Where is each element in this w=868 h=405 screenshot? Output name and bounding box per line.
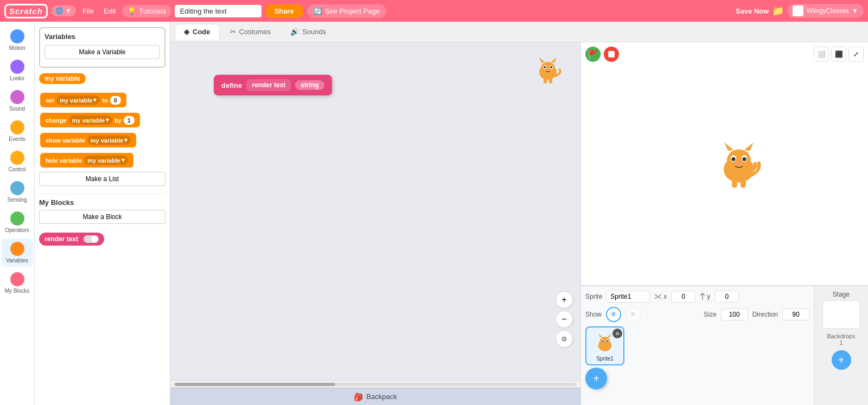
sprite-name-input[interactable]	[607, 291, 650, 303]
see-project-button[interactable]: 🔄 See Project Page	[307, 4, 386, 18]
sidebar-item-control[interactable]: Control	[2, 147, 33, 176]
stage-fullscreen[interactable]: ⤢	[848, 47, 864, 62]
y-coord-icon	[700, 293, 705, 300]
globe-button[interactable]: 🌐 ▼	[51, 5, 76, 16]
hide-eye-button[interactable]: 👁	[626, 307, 641, 322]
show-variable-block[interactable]: show variable my variable ▾	[40, 133, 136, 147]
y-coord-input[interactable]	[714, 291, 739, 303]
render-text-block-row: render text	[39, 230, 165, 246]
user-menu[interactable]: WiingyClasses ▼	[787, 4, 864, 18]
topnav: Scratch 🌐 ▼ File Edit 💡 Tutorials Share …	[0, 0, 868, 22]
svg-point-6	[544, 66, 546, 68]
events-label: Events	[9, 136, 25, 142]
user-avatar	[793, 5, 803, 16]
sidebar-item-variables[interactable]: Variables	[2, 239, 33, 267]
render-text-block[interactable]: render text	[39, 233, 104, 246]
my-variable-badge[interactable]: my variable	[39, 73, 86, 84]
sprite-thumb-sprite1[interactable]: ✕	[585, 326, 624, 365]
direction-label: Direction	[752, 311, 778, 318]
cat-sprite-canvas	[532, 53, 564, 86]
svg-rect-10	[549, 78, 552, 83]
show-eye-button[interactable]: 👁	[606, 307, 621, 322]
sidebar-item-sound[interactable]: Sound	[2, 87, 33, 115]
add-backdrop-button-area: +	[832, 350, 851, 370]
stage-area[interactable]: 🚩 ⬜ ⬛ ⤢	[581, 42, 868, 286]
tutorials-button[interactable]: 💡 Tutorials	[122, 5, 171, 17]
share-button[interactable]: Share	[265, 4, 304, 18]
blocks-panel: Variables Make a Variable my variable se…	[35, 22, 170, 405]
svg-marker-25	[607, 333, 611, 337]
file-menu[interactable]: File	[79, 7, 97, 15]
sprite-thumb-label: Sprite1	[596, 356, 614, 362]
horizontal-scrollbar[interactable]	[170, 380, 580, 388]
stage-thumbnail[interactable]	[822, 300, 860, 329]
make-variable-button[interactable]: Make a Variable	[44, 45, 160, 59]
sidebar-item-events[interactable]: Events	[2, 117, 33, 145]
zoom-center-button[interactable]: ⊙	[556, 330, 573, 348]
folder-button[interactable]: 📁	[772, 5, 784, 17]
change-value-input[interactable]: 1	[124, 116, 135, 125]
size-input[interactable]	[721, 308, 748, 320]
x-coord-input[interactable]	[671, 291, 695, 303]
svg-rect-9	[544, 78, 547, 83]
my-variable-row: my variable	[39, 73, 165, 88]
scroll-thumb[interactable]	[175, 383, 335, 386]
tab-sounds[interactable]: 🔊 Sounds	[281, 24, 335, 40]
code-canvas[interactable]: define render text string	[170, 42, 580, 380]
save-now-button[interactable]: Save Now	[736, 7, 769, 15]
sprite-panel-area: Sprite x y	[581, 286, 814, 405]
sidebar-item-sensing[interactable]: Sensing	[2, 178, 33, 206]
hide-variable-block[interactable]: hide variable my variable ▾	[40, 153, 133, 168]
zoom-out-button[interactable]: −	[556, 311, 573, 328]
svg-marker-2	[539, 57, 545, 63]
tutorials-icon: 💡	[127, 7, 136, 15]
svg-point-1	[541, 62, 555, 75]
tab-code[interactable]: ◈ Code	[175, 24, 220, 40]
code-canvas-wrapper: define render text string	[170, 42, 580, 405]
sensing-dot	[10, 181, 24, 195]
zoom-in-button[interactable]: +	[556, 291, 573, 308]
edit-menu[interactable]: Edit	[100, 7, 119, 15]
sidebar-item-looks[interactable]: Looks	[2, 56, 33, 85]
hide-var-dropdown[interactable]: my variable ▾	[84, 156, 128, 165]
define-block[interactable]: define render text string	[214, 75, 332, 95]
zoom-controls: + − ⊙	[556, 291, 573, 348]
string-arg: string	[295, 80, 324, 90]
set-value-input[interactable]: 0	[110, 96, 121, 105]
sidebar-item-motion[interactable]: Motion	[2, 26, 33, 54]
show-var-dropdown[interactable]: my variable ▾	[87, 136, 131, 145]
delete-sprite-button[interactable]: ✕	[612, 329, 622, 338]
variables-label: Variables	[6, 258, 28, 263]
globe-arrow: ▼	[65, 7, 72, 15]
make-block-button[interactable]: Make a Block	[39, 210, 165, 224]
y-coord-label: y	[700, 293, 710, 300]
sidebar-item-operators[interactable]: Operators	[2, 208, 33, 236]
x-coord-label: x	[654, 293, 667, 300]
add-backdrop-button[interactable]: +	[832, 350, 851, 370]
backpack-bar[interactable]: 🎒 Backpack	[170, 388, 580, 405]
set-block[interactable]: set my variable ▾ to 0	[40, 93, 126, 107]
tab-costumes[interactable]: ✂ Costumes	[221, 24, 280, 40]
stage-normal-view[interactable]: ⬛	[831, 47, 846, 62]
change-block-row: change my variable ▾ by 1	[39, 112, 165, 128]
change-block[interactable]: change my variable ▾ by 1	[40, 113, 140, 127]
stage-small-view[interactable]: ⬜	[814, 47, 829, 62]
add-sprite-button[interactable]: +	[585, 368, 607, 389]
main-area: Motion Looks Sound Events Control Sensin…	[0, 22, 868, 405]
scratch-logo[interactable]: Scratch	[4, 4, 48, 18]
operators-label: Operators	[5, 227, 29, 233]
direction-input[interactable]	[782, 308, 809, 320]
green-flag-button[interactable]: 🚩	[585, 47, 601, 62]
stage-right-panel: Stage Backdrops 1 +	[814, 286, 868, 405]
change-var-dropdown[interactable]: my variable ▾	[69, 115, 113, 125]
looks-dot	[10, 60, 24, 74]
set-var-dropdown[interactable]: my variable ▾	[56, 95, 100, 105]
project-name-input[interactable]	[175, 5, 261, 17]
svg-point-7	[550, 66, 552, 68]
costumes-tab-icon: ✂	[230, 28, 236, 36]
render-text-toggle[interactable]	[84, 235, 99, 243]
tab-bar: ◈ Code ✂ Costumes 🔊 Sounds	[170, 22, 868, 42]
sidebar-item-my-blocks[interactable]: My Blocks	[2, 269, 33, 297]
stop-button[interactable]	[604, 47, 619, 62]
make-list-button[interactable]: Make a List	[39, 172, 165, 186]
